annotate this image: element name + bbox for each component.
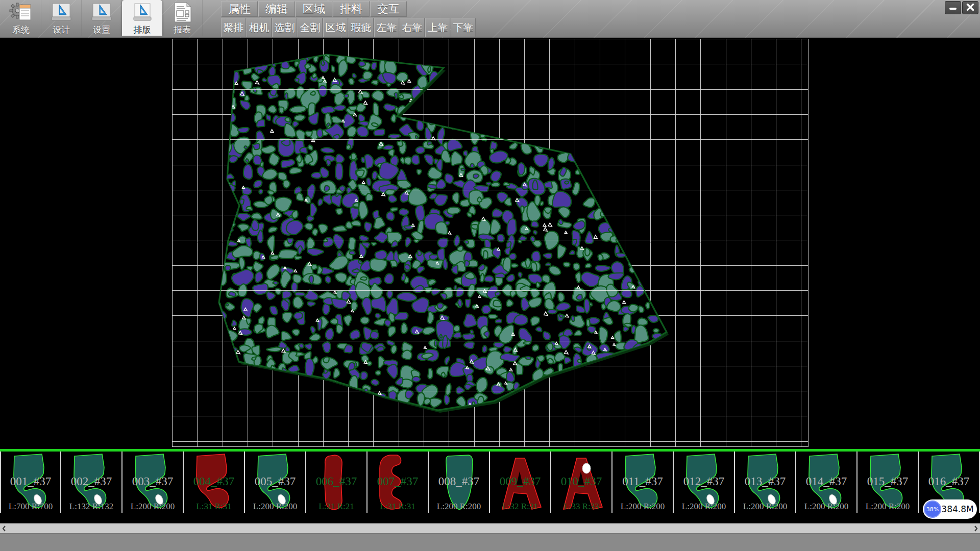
piece-count-label: L:31 R:31 — [184, 502, 244, 512]
module-nesting-label: 排版 — [134, 24, 151, 36]
piece-thumbnail-012_#37[interactable]: 012_#37L:200 R:200 — [674, 452, 735, 513]
piece-thumbnail-008_#37[interactable]: 008_#37L:200 R:200 — [429, 452, 490, 513]
piece-count-label: L:200 R:200 — [796, 502, 856, 512]
piece-id-label: 003_#37 — [122, 475, 183, 488]
piece-count-label: L:200 R:200 — [429, 502, 489, 512]
module-design-label: 设计 — [53, 24, 70, 36]
scroll-left-button[interactable] — [0, 524, 8, 533]
piece-count-label: L:31 R:31 — [368, 502, 428, 512]
piece-thumbnail-001_#37[interactable]: 001_#37L:700 R:700 — [0, 452, 61, 513]
piece-id-label: 002_#37 — [61, 475, 121, 488]
tool-row: 聚排相机选割全割区域瑕疵左靠右靠上靠下靠 — [221, 18, 476, 37]
tool-item-6[interactable]: 瑕疵 — [349, 18, 374, 37]
piece-thumbnail-014_#37[interactable]: 014_#37L:200 R:200 — [796, 452, 857, 513]
piece-id-label: 015_#37 — [857, 475, 918, 488]
chevron-right-icon — [974, 525, 978, 532]
piece-thumbnail-005_#37[interactable]: 005_#37L:200 R:200 — [245, 452, 306, 513]
piece-id-label: 006_#37 — [306, 475, 366, 488]
memory-status-pill: 38% 384.8M — [923, 499, 977, 519]
menu-item-1[interactable]: 属性 — [221, 1, 258, 17]
menu-item-2[interactable]: 编辑 — [258, 1, 295, 17]
module-nesting-button[interactable]: 排版 — [122, 0, 162, 36]
nesting-canvas[interactable] — [0, 38, 980, 449]
piece-count-label: L:21 R:21 — [306, 502, 366, 512]
toolbar: 系统 设计 — [0, 0, 980, 38]
tool-item-5[interactable]: 区域 — [323, 18, 348, 37]
piece-thumbnail-003_#37[interactable]: 003_#37L:200 R:200 — [122, 452, 184, 513]
tool-item-1[interactable]: 聚排 — [221, 18, 246, 37]
piece-thumbnail-013_#37[interactable]: 013_#37L:200 R:200 — [735, 452, 796, 513]
menu-item-4[interactable]: 排料 — [333, 1, 370, 17]
piece-count-label: L:200 R:200 — [857, 502, 918, 512]
piece-count-label: L:132 R:132 — [61, 502, 121, 512]
status-bar — [0, 533, 980, 551]
scroll-right-button[interactable] — [972, 524, 980, 533]
piece-id-label: 004_#37 — [184, 475, 244, 488]
window-controls — [945, 1, 978, 14]
piece-thumbnail-004_#37[interactable]: 004_#37L:31 R:31 — [184, 452, 245, 513]
piece-thumbnail-bar: 001_#37L:700 R:700002_#37L:132 R:132003_… — [0, 449, 980, 513]
piece-count-label: L:200 R:200 — [122, 502, 183, 512]
piece-id-label: 009_#37 — [490, 475, 550, 488]
piece-id-label: 014_#37 — [796, 475, 856, 488]
piece-thumbnail-006_#37[interactable]: 006_#37L:21 R:21 — [306, 452, 368, 513]
application-window: 系统 设计 — [0, 0, 980, 551]
menu-item-5[interactable]: 交互 — [370, 1, 407, 17]
minimize-button[interactable] — [945, 1, 961, 14]
settings-ruler-icon — [90, 2, 113, 23]
piece-count-label: L:33 R:33 — [551, 502, 611, 512]
piece-count-label: L:32 R:31 — [490, 502, 550, 512]
memory-percent-badge: 38% — [924, 500, 941, 518]
piece-id-label: 013_#37 — [735, 475, 795, 488]
system-gear-icon — [9, 2, 33, 23]
horizontal-scrollbar[interactable] — [0, 523, 980, 533]
tool-item-3[interactable]: 选割 — [272, 18, 297, 37]
tool-item-8[interactable]: 右靠 — [400, 18, 425, 37]
menu-item-3[interactable]: 区域 — [296, 1, 332, 17]
tool-item-2[interactable]: 相机 — [247, 18, 272, 37]
piece-count-label: L:200 R:200 — [735, 502, 795, 512]
piece-thumbnail-011_#37[interactable]: 011_#37L:200 R:200 — [612, 452, 674, 513]
report-document-icon — [170, 2, 194, 23]
memory-percent-value: 38% — [926, 506, 939, 513]
piece-thumbnail-list: 001_#37L:700 R:700002_#37L:132 R:132003_… — [0, 452, 980, 513]
memory-usage-value: 384.8M — [941, 504, 977, 514]
piece-id-label: 005_#37 — [245, 475, 305, 488]
tool-item-4[interactable]: 全割 — [298, 18, 323, 37]
module-system-button[interactable]: 系统 — [1, 0, 41, 36]
piece-id-label: 012_#37 — [674, 475, 734, 488]
piece-thumbnail-010_#37[interactable]: 010_#37L:33 R:33 — [551, 452, 612, 513]
piece-thumbnail-002_#37[interactable]: 002_#37L:132 R:132 — [61, 452, 122, 513]
chevron-left-icon — [2, 525, 6, 532]
close-button[interactable] — [962, 1, 978, 14]
piece-thumbnail-009_#37[interactable]: 009_#37L:32 R:31 — [490, 452, 551, 513]
piece-id-label: 016_#37 — [919, 475, 979, 488]
tool-item-7[interactable]: 左靠 — [374, 18, 399, 37]
piece-id-label: 011_#37 — [612, 475, 673, 488]
nesting-ruler-icon — [131, 2, 154, 23]
module-settings-button[interactable]: 设置 — [82, 0, 122, 36]
bottom-gap — [0, 513, 980, 523]
tool-item-9[interactable]: 上靠 — [425, 18, 450, 37]
module-buttons: 系统 设计 — [1, 0, 203, 36]
piece-count-label: L:700 R:700 — [1, 502, 60, 512]
close-icon — [966, 3, 974, 13]
design-ruler-icon — [50, 2, 73, 23]
piece-count-label: L:200 R:200 — [245, 502, 305, 512]
piece-thumbnail-015_#37[interactable]: 015_#37L:200 R:200 — [857, 452, 919, 513]
module-design-button[interactable]: 设计 — [41, 0, 82, 36]
module-settings-label: 设置 — [93, 24, 110, 36]
minimize-icon — [949, 3, 957, 13]
tool-item-10[interactable]: 下靠 — [451, 18, 476, 37]
module-report-label: 报表 — [174, 24, 191, 36]
module-system-label: 系统 — [12, 24, 30, 36]
piece-thumbnail-007_#37[interactable]: 007_#37L:31 R:31 — [368, 452, 429, 513]
menu-row: 属性编辑区域排料交互 — [221, 1, 407, 17]
piece-id-label: 008_#37 — [429, 475, 489, 488]
piece-id-label: 001_#37 — [1, 475, 60, 488]
module-report-button[interactable]: 报表 — [162, 0, 203, 36]
piece-id-label: 007_#37 — [368, 475, 428, 488]
piece-count-label: L:200 R:200 — [674, 502, 734, 512]
piece-count-label: L:200 R:200 — [612, 502, 673, 512]
piece-id-label: 010_#37 — [551, 475, 611, 488]
